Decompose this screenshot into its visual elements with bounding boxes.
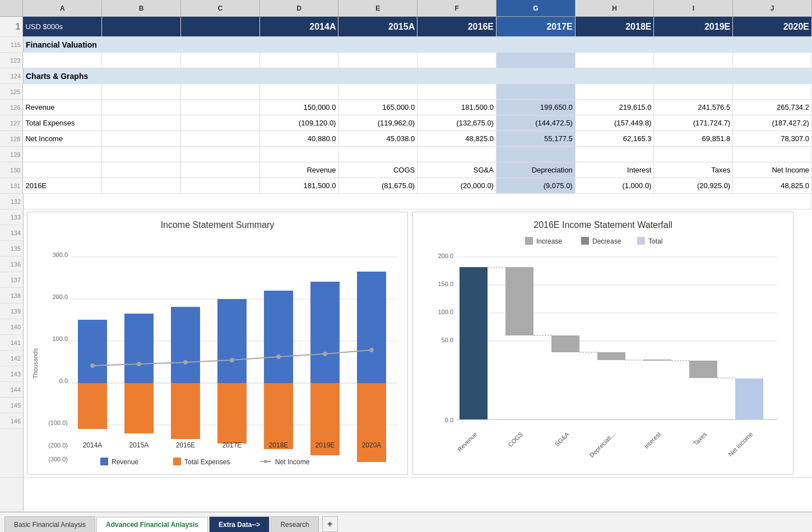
cell-131-g[interactable]: (9,075.0) [497, 178, 576, 193]
cell-131-e[interactable]: (81,675.0) [338, 178, 417, 193]
cell-123-j[interactable] [733, 53, 812, 68]
cell-123-b[interactable] [102, 53, 181, 68]
col-header-i[interactable]: I [654, 0, 733, 16]
cell-125-f[interactable] [417, 84, 497, 99]
cell-127-f[interactable]: (132,675.0) [417, 115, 497, 130]
cell-1-h[interactable]: 2018E [576, 17, 655, 36]
cell-129-c[interactable] [181, 147, 260, 162]
cell-123-i[interactable] [654, 53, 733, 68]
cell-115-a[interactable]: Financial Valuation [24, 37, 584, 52]
cell-129-a[interactable] [23, 147, 102, 162]
cell-1-d[interactable]: 2014A [260, 17, 339, 36]
cell-129-g[interactable] [497, 147, 576, 162]
col-header-j[interactable]: J [733, 0, 812, 16]
cell-123-g[interactable] [497, 53, 576, 68]
cell-123-e[interactable] [338, 53, 417, 68]
col-header-c[interactable]: C [181, 0, 260, 16]
tab-extra-data[interactable]: Extra Data--> [209, 516, 270, 532]
cell-125-e[interactable] [338, 84, 417, 99]
cell-126-c[interactable] [181, 100, 260, 115]
col-header-e[interactable]: E [338, 0, 417, 16]
cell-1-c[interactable] [181, 17, 260, 36]
cell-1-e[interactable]: 2015A [338, 17, 417, 36]
cell-128-g[interactable]: 55,177.5 [497, 131, 576, 146]
cell-129-b[interactable] [102, 147, 181, 162]
cell-130-c[interactable] [181, 162, 260, 178]
col-header-f[interactable]: F [417, 0, 497, 16]
cell-125-i[interactable] [654, 84, 733, 99]
tab-advanced-financial[interactable]: Advanced Financial Anlaysis [96, 517, 208, 532]
cell-126-d[interactable]: 150,000.0 [260, 100, 339, 115]
col-header-a[interactable]: A [23, 0, 102, 16]
tab-add-button[interactable]: + [322, 516, 338, 532]
cell-124-a[interactable]: Charts & Graphs [24, 68, 584, 83]
cell-129-h[interactable] [576, 147, 655, 162]
cell-128-f[interactable]: 48,825.0 [417, 131, 497, 146]
cell-129-i[interactable] [654, 147, 733, 162]
col-header-d[interactable]: D [260, 0, 339, 16]
cell-126-i[interactable]: 241,576.5 [654, 100, 733, 115]
cell-127-j[interactable]: (187,427.2) [733, 115, 812, 130]
cell-123-f[interactable] [417, 53, 497, 68]
cell-129-j[interactable] [733, 147, 812, 162]
cell-129-f[interactable] [417, 147, 497, 162]
cell-1-i[interactable]: 2019E [654, 17, 733, 36]
cell-125-h[interactable] [576, 84, 655, 99]
cell-1-f[interactable]: 2016E [417, 17, 497, 36]
cell-126-a[interactable]: Revenue [23, 100, 102, 115]
cell-131-b[interactable] [102, 178, 181, 193]
cell-130-a[interactable] [23, 162, 102, 178]
cell-123-d[interactable] [260, 53, 339, 68]
cell-125-c[interactable] [181, 84, 260, 99]
cell-1-b[interactable] [102, 17, 181, 36]
cell-130-f[interactable]: SG&A [417, 162, 497, 178]
cell-127-a[interactable]: Total Expenses [23, 115, 102, 130]
cell-130-b[interactable] [102, 162, 181, 178]
cell-128-i[interactable]: 69,851.8 [654, 131, 733, 146]
cell-127-b[interactable] [102, 115, 181, 130]
cell-126-b[interactable] [102, 100, 181, 115]
cell-127-i[interactable]: (171,724.7) [654, 115, 733, 130]
cell-131-a[interactable]: 2016E [23, 178, 102, 193]
col-header-b[interactable]: B [102, 0, 181, 16]
cell-1-a[interactable]: USD $000s [23, 17, 102, 36]
cell-130-i[interactable]: Taxes [654, 162, 733, 178]
cell-1-g[interactable]: 2017E [497, 17, 576, 36]
cell-131-d[interactable]: 181,500.0 [260, 178, 339, 193]
cell-130-d[interactable]: Revenue [260, 162, 339, 178]
cell-128-d[interactable]: 40,880.0 [260, 131, 339, 146]
cell-131-h[interactable]: (1,000.0) [576, 178, 655, 193]
cell-128-b[interactable] [102, 131, 181, 146]
cell-125-a[interactable] [23, 84, 102, 99]
col-header-g[interactable]: G [497, 0, 576, 16]
cell-126-f[interactable]: 181,500.0 [417, 100, 497, 115]
cell-127-g[interactable]: (144,472.5) [497, 115, 576, 130]
cell-131-c[interactable] [181, 178, 260, 193]
cell-123-h[interactable] [576, 53, 655, 68]
tab-research[interactable]: Research [271, 516, 318, 532]
cell-131-i[interactable]: (20,925.0) [654, 178, 733, 193]
cell-125-j[interactable] [733, 84, 812, 99]
cell-130-h[interactable]: Interest [576, 162, 655, 178]
cell-123-a[interactable] [23, 53, 102, 68]
cell-127-c[interactable] [181, 115, 260, 130]
cell-126-h[interactable]: 219,615.0 [576, 100, 655, 115]
col-header-h[interactable]: H [576, 0, 655, 16]
cell-131-f[interactable]: (20,000.0) [417, 178, 497, 193]
cell-128-j[interactable]: 78,307.0 [733, 131, 812, 146]
cell-1-j[interactable]: 2020E [733, 17, 812, 36]
cell-129-e[interactable] [338, 147, 417, 162]
cell-129-d[interactable] [260, 147, 339, 162]
cell-126-g[interactable]: 199,650.0 [497, 100, 576, 115]
cell-130-j[interactable]: Net Income [733, 162, 812, 178]
cell-128-h[interactable]: 62,165.3 [576, 131, 655, 146]
cell-132-rest[interactable] [24, 194, 812, 209]
cell-128-a[interactable]: Net Income [23, 131, 102, 146]
cell-127-d[interactable]: (109,120.0) [260, 115, 339, 130]
cell-130-e[interactable]: COGS [338, 162, 417, 178]
cell-126-j[interactable]: 265,734.2 [733, 100, 812, 115]
cell-125-g[interactable] [497, 84, 576, 99]
cell-125-d[interactable] [260, 84, 339, 99]
cell-128-c[interactable] [181, 131, 260, 146]
cell-125-b[interactable] [102, 84, 181, 99]
